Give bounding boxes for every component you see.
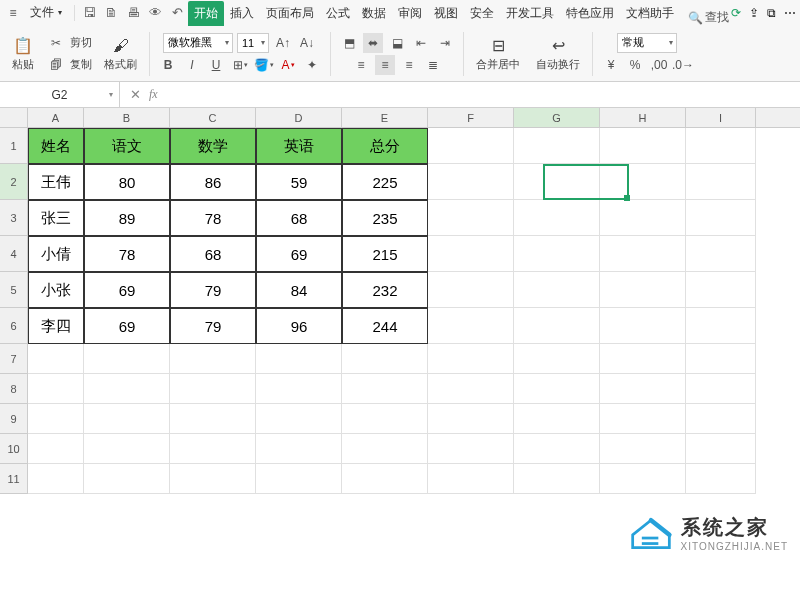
fill-color-button[interactable]: 🪣	[254, 55, 274, 75]
cell[interactable]	[600, 236, 686, 272]
cell[interactable]	[514, 272, 600, 308]
comma-icon[interactable]: ,00	[649, 55, 669, 75]
cell[interactable]	[170, 374, 256, 404]
tab-data[interactable]: 数据	[356, 1, 392, 26]
cell[interactable]: 225	[342, 164, 428, 200]
save-as-icon[interactable]: 🗎	[103, 5, 119, 21]
align-right-icon[interactable]: ≡	[399, 55, 419, 75]
number-format-select[interactable]: 常规	[617, 33, 677, 53]
cell[interactable]	[514, 404, 600, 434]
cell[interactable]	[256, 404, 342, 434]
cell[interactable]	[428, 200, 514, 236]
window-icon[interactable]: ⧉	[767, 6, 776, 20]
cell[interactable]	[428, 404, 514, 434]
cell[interactable]: 语文	[84, 128, 170, 164]
cell[interactable]	[342, 434, 428, 464]
row-header[interactable]: 11	[0, 464, 28, 494]
cell[interactable]: 总分	[342, 128, 428, 164]
copy-label[interactable]: 复制	[70, 57, 92, 72]
phonetic-button[interactable]: ✦	[302, 55, 322, 75]
cell[interactable]: 235	[342, 200, 428, 236]
paste-button[interactable]: 📋 粘贴	[8, 34, 38, 74]
cell[interactable]	[600, 200, 686, 236]
wrap-text-button[interactable]: ↩ 自动换行	[532, 34, 584, 74]
align-center-icon[interactable]: ≡	[375, 55, 395, 75]
cell[interactable]	[686, 164, 756, 200]
border-button[interactable]: ⊞	[230, 55, 250, 75]
increase-indent-icon[interactable]: ⇥	[435, 33, 455, 53]
format-painter-button[interactable]: 🖌 格式刷	[100, 34, 141, 74]
tab-security[interactable]: 安全	[464, 1, 500, 26]
cut-label[interactable]: 剪切	[70, 35, 92, 50]
select-all-corner[interactable]	[0, 108, 28, 127]
save-icon[interactable]: 🖫	[81, 5, 97, 21]
spreadsheet-grid[interactable]: A B C D E F G H I 1 姓名 语文 数学 英语 总分 2 王伟 …	[0, 108, 800, 494]
cell[interactable]: 68	[170, 236, 256, 272]
col-header[interactable]: C	[170, 108, 256, 127]
cell[interactable]	[600, 434, 686, 464]
cut-icon[interactable]: ✂	[46, 33, 66, 53]
cell[interactable]	[84, 404, 170, 434]
cell[interactable]: 89	[84, 200, 170, 236]
cell[interactable]	[428, 344, 514, 374]
cell[interactable]	[600, 308, 686, 344]
app-menu-icon[interactable]: ≡	[4, 4, 22, 22]
undo-icon[interactable]: ↶	[169, 5, 185, 21]
increase-font-icon[interactable]: A↑	[273, 33, 293, 53]
cell[interactable]	[428, 308, 514, 344]
cell[interactable]	[256, 374, 342, 404]
increase-decimal-icon[interactable]: .0→	[673, 55, 693, 75]
font-size-select[interactable]: 11	[237, 33, 269, 53]
cell[interactable]	[600, 464, 686, 494]
cell[interactable]	[342, 344, 428, 374]
cell[interactable]	[84, 374, 170, 404]
cell[interactable]	[428, 272, 514, 308]
tab-formula[interactable]: 公式	[320, 1, 356, 26]
font-name-select[interactable]: 微软雅黑	[163, 33, 233, 53]
fx-icon[interactable]: fx	[149, 87, 158, 102]
cell[interactable]	[686, 464, 756, 494]
cell[interactable]	[170, 434, 256, 464]
align-left-icon[interactable]: ≡	[351, 55, 371, 75]
cell[interactable]	[428, 464, 514, 494]
cell[interactable]: 69	[84, 272, 170, 308]
row-header[interactable]: 6	[0, 308, 28, 344]
cell[interactable]	[686, 434, 756, 464]
cell[interactable]	[170, 344, 256, 374]
row-header[interactable]: 10	[0, 434, 28, 464]
cell[interactable]	[514, 344, 600, 374]
cell[interactable]	[28, 404, 84, 434]
col-header[interactable]: A	[28, 108, 84, 127]
cell[interactable]	[428, 164, 514, 200]
row-header[interactable]: 3	[0, 200, 28, 236]
merge-center-button[interactable]: ⊟ 合并居中	[472, 34, 524, 74]
tab-pagelayout[interactable]: 页面布局	[260, 1, 320, 26]
more-icon[interactable]: ⋯	[784, 6, 796, 20]
share-icon[interactable]: ⇪	[749, 6, 759, 20]
row-header[interactable]: 5	[0, 272, 28, 308]
font-color-button[interactable]: A	[278, 55, 298, 75]
cell[interactable]	[84, 344, 170, 374]
cell[interactable]	[84, 434, 170, 464]
cell[interactable]	[342, 404, 428, 434]
col-header[interactable]: G	[514, 108, 600, 127]
tab-special[interactable]: 特色应用	[560, 1, 620, 26]
cell[interactable]: 96	[256, 308, 342, 344]
row-header[interactable]: 8	[0, 374, 28, 404]
tab-view[interactable]: 视图	[428, 1, 464, 26]
print-preview-icon[interactable]: 👁	[147, 5, 163, 21]
cell[interactable]	[256, 344, 342, 374]
cell[interactable]	[514, 128, 600, 164]
cell[interactable]	[686, 200, 756, 236]
cell[interactable]: 英语	[256, 128, 342, 164]
print-icon[interactable]: 🖶	[125, 5, 141, 21]
cell[interactable]: 86	[170, 164, 256, 200]
cell[interactable]	[686, 404, 756, 434]
cell[interactable]: 215	[342, 236, 428, 272]
cell[interactable]	[600, 164, 686, 200]
cell[interactable]: 李四	[28, 308, 84, 344]
cell[interactable]	[170, 464, 256, 494]
row-header[interactable]: 4	[0, 236, 28, 272]
bold-button[interactable]: B	[158, 55, 178, 75]
currency-icon[interactable]: ¥	[601, 55, 621, 75]
